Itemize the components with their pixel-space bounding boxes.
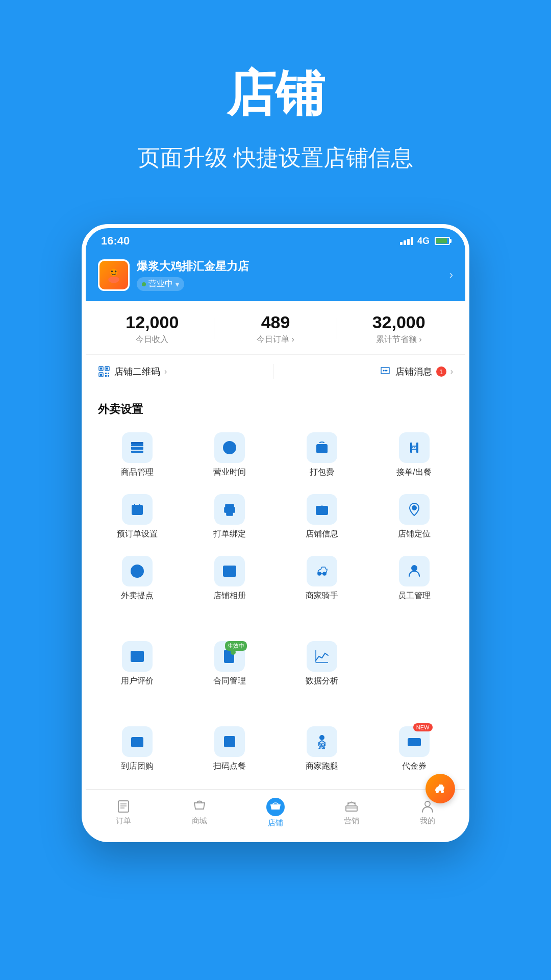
delivery-section: 外卖设置 商品管理 bbox=[86, 393, 465, 619]
store-info-item[interactable]: 店铺信息 bbox=[276, 486, 368, 548]
quick-actions: 店铺二维码 › 店铺消息 1 › bbox=[86, 356, 465, 387]
network-label: 4G bbox=[417, 236, 430, 247]
svg-rect-27 bbox=[132, 505, 142, 514]
store-name: 爆浆大鸡排汇金星力店 bbox=[137, 259, 449, 274]
nav-orders-icon bbox=[115, 798, 132, 814]
store-location-label: 店铺定位 bbox=[398, 529, 431, 540]
scan-order-item[interactable]: 扫码点餐 bbox=[183, 718, 276, 780]
nav-store[interactable]: 店铺 bbox=[238, 798, 314, 828]
data-analytics-icon bbox=[307, 641, 337, 672]
svg-rect-22 bbox=[131, 448, 143, 450]
svg-point-40 bbox=[412, 566, 417, 571]
staff-management-label: 员工管理 bbox=[398, 591, 431, 601]
svg-point-52 bbox=[441, 790, 444, 793]
nav-marketing[interactable]: 营销 bbox=[313, 798, 389, 828]
svg-rect-12 bbox=[105, 375, 107, 377]
message-badge: 1 bbox=[436, 366, 446, 377]
business-hours-item[interactable]: 营业时间 bbox=[183, 424, 276, 486]
svg-rect-30 bbox=[227, 511, 233, 516]
stats-card: 12,000 今日收入 489 今日订单 › 32,000 累计节省额 › bbox=[86, 301, 465, 355]
svg-point-2 bbox=[111, 271, 113, 273]
stat-orders[interactable]: 489 今日订单 › bbox=[214, 312, 337, 345]
printer-bind-item[interactable]: 打单绑定 bbox=[183, 486, 276, 548]
management-section: 用户评价 生效中 合同管理 bbox=[86, 624, 465, 704]
svg-rect-20 bbox=[131, 442, 143, 444]
user-review-item[interactable]: 用户评价 bbox=[91, 633, 183, 695]
svg-point-38 bbox=[318, 572, 321, 575]
marketing-section: 才 到店团购 bbox=[86, 709, 465, 789]
message-action[interactable]: 店铺消息 1 › bbox=[379, 365, 453, 378]
nav-mall[interactable]: 商城 bbox=[162, 798, 238, 828]
svg-rect-7 bbox=[106, 368, 108, 370]
stat-savings-label: 累计节省额 › bbox=[337, 334, 460, 345]
pre-order-icon bbox=[122, 494, 153, 525]
qr-code-label: 店铺二维码 bbox=[114, 365, 160, 378]
store-logo bbox=[98, 259, 130, 291]
nav-marketing-label: 营销 bbox=[344, 816, 359, 826]
bottom-area: 订单 商城 bbox=[86, 789, 465, 838]
svg-point-47 bbox=[320, 736, 324, 740]
store-status-badge[interactable]: 营业中 ▾ bbox=[137, 277, 184, 291]
svg-point-55 bbox=[425, 801, 430, 806]
contract-badge: 生效中 bbox=[225, 641, 247, 651]
contract-management-item[interactable]: 生效中 合同管理 bbox=[183, 633, 276, 695]
group-buy-item[interactable]: 才 到店团购 bbox=[91, 718, 183, 780]
fab-button[interactable] bbox=[425, 774, 455, 803]
nav-profile[interactable]: 我的 bbox=[389, 798, 465, 828]
nav-mall-label: 商城 bbox=[192, 816, 207, 826]
user-review-icon bbox=[122, 641, 153, 672]
order-accept-label: 接单/出餐 bbox=[396, 467, 431, 478]
voucher-new-badge: NEW bbox=[413, 723, 433, 731]
nav-orders-label: 订单 bbox=[116, 816, 131, 826]
svg-point-50 bbox=[410, 741, 413, 744]
merchant-errand-item[interactable]: 跑 商家跑腿 bbox=[276, 718, 368, 780]
order-accept-icon bbox=[399, 432, 430, 463]
status-time: 16:40 bbox=[101, 234, 130, 248]
store-location-item[interactable]: 店铺定位 bbox=[368, 486, 460, 548]
order-accept-item[interactable]: 接单/出餐 bbox=[368, 424, 460, 486]
svg-point-33 bbox=[412, 506, 416, 510]
quick-action-divider bbox=[273, 364, 273, 379]
nav-orders[interactable]: 订单 bbox=[86, 798, 162, 828]
svg-text:¥: ¥ bbox=[135, 567, 140, 576]
staff-management-icon bbox=[399, 556, 430, 586]
delivery-section-title: 外卖设置 bbox=[91, 402, 460, 424]
marketing-icon-grid: 才 到店团购 bbox=[91, 718, 460, 780]
goods-management-icon bbox=[122, 432, 153, 463]
svg-point-14 bbox=[383, 370, 384, 372]
stat-savings-value: 32,000 bbox=[337, 312, 460, 332]
message-chevron: › bbox=[450, 367, 453, 376]
merchant-errand-label: 商家跑腿 bbox=[306, 761, 338, 772]
packing-fee-item[interactable]: 打包费 bbox=[276, 424, 368, 486]
merchant-rider-label: 商家骑手 bbox=[306, 591, 338, 601]
store-album-item[interactable]: 店铺相册 bbox=[183, 548, 276, 609]
pre-order-item[interactable]: 预订单设置 bbox=[91, 486, 183, 548]
merchant-rider-item[interactable]: 商家骑手 bbox=[276, 548, 368, 609]
voucher-item[interactable]: NEW 代金券 bbox=[368, 718, 460, 780]
packing-fee-icon bbox=[307, 432, 337, 463]
group-buy-icon: 才 bbox=[122, 726, 153, 757]
stat-savings[interactable]: 32,000 累计节省额 › bbox=[337, 312, 460, 345]
nav-store-label: 店铺 bbox=[268, 818, 283, 828]
phone-container: 16:40 4G bbox=[0, 204, 551, 842]
store-chevron-icon[interactable]: › bbox=[449, 268, 453, 282]
data-analytics-item[interactable]: 数据分析 bbox=[276, 633, 368, 695]
nav-mall-icon bbox=[191, 798, 208, 814]
svg-rect-53 bbox=[118, 801, 129, 812]
svg-rect-32 bbox=[316, 506, 328, 514]
pre-order-label: 预订单设置 bbox=[117, 529, 158, 540]
status-icons: 4G bbox=[400, 236, 450, 247]
svg-rect-36 bbox=[223, 566, 236, 576]
store-header[interactable]: 爆浆大鸡排汇金星力店 营业中 ▾ › bbox=[86, 252, 465, 301]
svg-rect-19 bbox=[131, 451, 143, 453]
staff-management-item[interactable]: 员工管理 bbox=[368, 548, 460, 609]
delivery-tip-item[interactable]: ¥ 外卖提点 bbox=[91, 548, 183, 609]
svg-rect-21 bbox=[131, 445, 143, 446]
svg-point-31 bbox=[232, 509, 234, 511]
svg-rect-9 bbox=[100, 374, 102, 376]
printer-bind-icon bbox=[214, 494, 245, 525]
svg-point-16 bbox=[386, 370, 387, 372]
svg-rect-24 bbox=[317, 445, 327, 453]
goods-management-item[interactable]: 商品管理 bbox=[91, 424, 183, 486]
qr-code-action[interactable]: 店铺二维码 › bbox=[98, 365, 167, 378]
